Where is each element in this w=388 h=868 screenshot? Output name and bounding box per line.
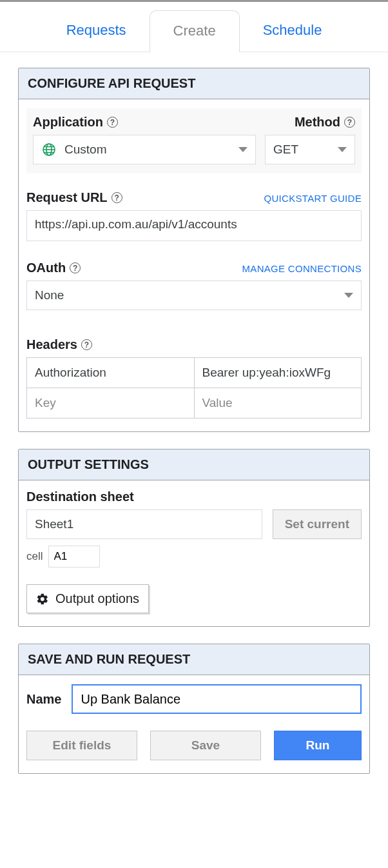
tab-create[interactable]: Create: [150, 10, 240, 52]
content-area: CONFIGURE API REQUEST Application ? Meth: [0, 52, 388, 816]
header-value-cell[interactable]: Bearer up:yeah:ioxWFg: [194, 358, 362, 388]
request-url-label: Request URL ?: [26, 190, 122, 205]
run-button[interactable]: Run: [274, 731, 362, 760]
cell-label: cell: [26, 550, 43, 563]
app-container: Requests Create Schedule CONFIGURE API R…: [0, 0, 388, 816]
caret-down-icon: [344, 293, 353, 298]
gear-icon: [36, 593, 49, 606]
output-options-label: Output options: [55, 591, 139, 606]
output-options-button[interactable]: Output options: [26, 584, 149, 613]
application-value: Custom: [64, 143, 106, 157]
help-icon[interactable]: ?: [107, 117, 118, 128]
method-select[interactable]: GET: [265, 135, 355, 164]
tab-requests[interactable]: Requests: [43, 10, 150, 52]
headers-table: Authorization Bearer up:yeah:ioxWFg Key …: [26, 357, 362, 419]
destination-sheet-input[interactable]: [26, 509, 262, 539]
destination-label: Destination sheet: [26, 489, 362, 504]
saverun-panel: SAVE AND RUN REQUEST Name Edit fields Sa…: [18, 644, 370, 774]
oauth-label: OAuth ?: [26, 261, 81, 275]
header-value-placeholder[interactable]: Value: [194, 388, 362, 418]
oauth-value: None: [35, 288, 64, 302]
method-value: GET: [273, 143, 298, 157]
caret-down-icon: [238, 147, 247, 152]
headers-row: Authorization Bearer up:yeah:ioxWFg: [27, 358, 361, 388]
request-name-input[interactable]: [72, 684, 362, 714]
edit-fields-button[interactable]: Edit fields: [26, 731, 137, 760]
request-url-input[interactable]: [26, 210, 362, 241]
header-key-cell[interactable]: Authorization: [27, 358, 194, 388]
tab-schedule[interactable]: Schedule: [240, 10, 345, 52]
output-panel: OUTPUT SETTINGS Destination sheet Set cu…: [18, 449, 370, 627]
application-select[interactable]: Custom: [33, 135, 256, 164]
app-method-block: Application ? Method ?: [26, 108, 362, 173]
headers-label: Headers ?: [26, 337, 362, 352]
method-label: Method ?: [265, 115, 355, 130]
help-icon[interactable]: ?: [81, 339, 92, 350]
globe-icon: [41, 142, 57, 157]
saverun-panel-title: SAVE AND RUN REQUEST: [19, 644, 369, 675]
configure-panel-title: CONFIGURE API REQUEST: [19, 68, 369, 99]
help-icon[interactable]: ?: [344, 117, 355, 128]
oauth-select[interactable]: None: [26, 281, 362, 310]
output-panel-title: OUTPUT SETTINGS: [19, 449, 369, 480]
application-label: Application ?: [33, 115, 256, 130]
manage-connections-link[interactable]: MANAGE CONNECTIONS: [242, 263, 362, 274]
configure-panel: CONFIGURE API REQUEST Application ? Meth: [18, 68, 370, 432]
quickstart-guide-link[interactable]: QUICKSTART GUIDE: [264, 193, 362, 204]
caret-down-icon: [338, 147, 347, 152]
save-button[interactable]: Save: [150, 731, 261, 760]
header-key-placeholder[interactable]: Key: [27, 388, 194, 418]
tab-bar: Requests Create Schedule: [0, 2, 388, 52]
help-icon[interactable]: ?: [112, 192, 122, 203]
name-label: Name: [26, 692, 61, 707]
help-icon[interactable]: ?: [70, 262, 81, 273]
headers-row-empty: Key Value: [27, 388, 361, 418]
cell-input[interactable]: [48, 546, 100, 567]
set-current-button[interactable]: Set current: [273, 509, 362, 539]
